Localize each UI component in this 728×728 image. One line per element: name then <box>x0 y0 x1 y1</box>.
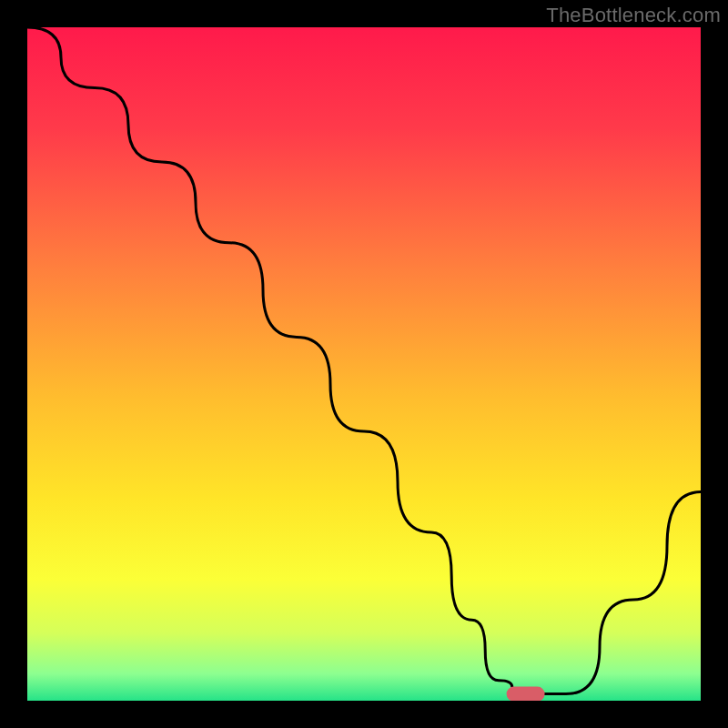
plot-area <box>27 27 701 701</box>
chart-svg <box>27 27 701 701</box>
optimal-marker <box>507 687 545 701</box>
watermark: TheBottleneck.com <box>546 4 721 27</box>
